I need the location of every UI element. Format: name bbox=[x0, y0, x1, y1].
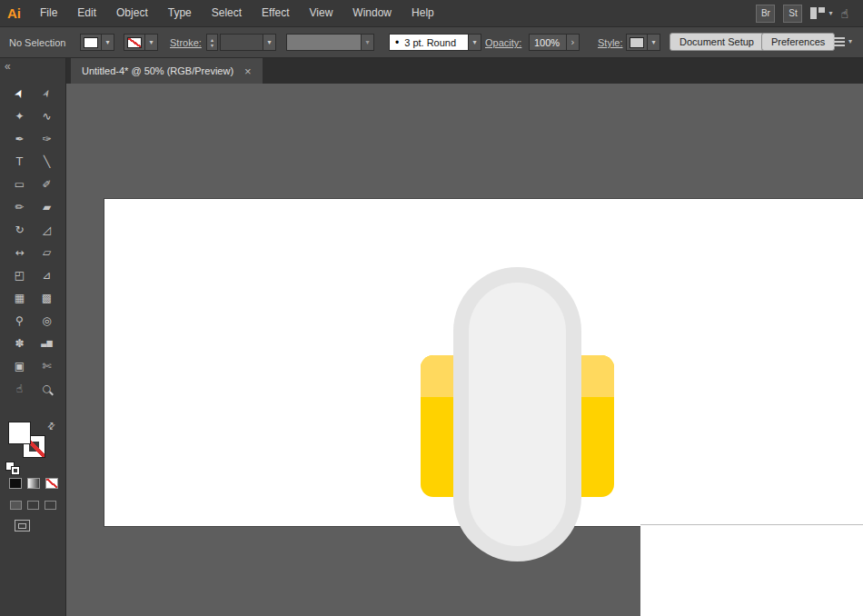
direct-selection-tool[interactable]: ➢ bbox=[34, 82, 61, 104]
pencil-tool[interactable]: ✏ bbox=[6, 195, 34, 218]
collapse-panel-icon[interactable]: « bbox=[5, 60, 10, 73]
style-label[interactable]: Style: bbox=[598, 37, 623, 48]
width-tool-icon: ↔ bbox=[15, 246, 24, 259]
document-setup-button[interactable]: Document Setup bbox=[670, 33, 764, 51]
perspective-grid-tool[interactable]: ⊿ bbox=[34, 263, 61, 286]
menu-help[interactable]: Help bbox=[402, 0, 444, 26]
eraser-tool[interactable]: ▰ bbox=[34, 195, 61, 218]
curvature-tool-icon: ✑ bbox=[42, 133, 51, 145]
menu-object[interactable]: Object bbox=[106, 0, 158, 26]
chevron-down-icon: ▾ bbox=[828, 9, 832, 17]
type-tool-icon: T bbox=[16, 155, 23, 168]
touch-workspace-icon[interactable]: ☝ bbox=[840, 6, 848, 21]
pen-tool-icon: ✒ bbox=[15, 133, 24, 145]
pill-inner bbox=[469, 283, 566, 546]
zoom-tool[interactable]: ○ bbox=[34, 377, 61, 400]
gradient-button[interactable] bbox=[27, 478, 40, 489]
canvas-pasteboard[interactable] bbox=[66, 84, 863, 616]
shape-builder-tool[interactable]: ◰ bbox=[6, 263, 34, 286]
opacity-chevron[interactable]: › bbox=[566, 34, 580, 51]
selection-tool[interactable]: ➤ bbox=[6, 82, 34, 104]
stroke-color-dropdown[interactable]: ▾ bbox=[124, 34, 158, 51]
gradient-tool[interactable]: ▩ bbox=[34, 286, 61, 309]
opacity-input[interactable] bbox=[529, 34, 567, 51]
menu-window[interactable]: Window bbox=[342, 0, 402, 26]
stroke-none-swatch bbox=[127, 37, 142, 48]
menu-edit[interactable]: Edit bbox=[67, 0, 106, 26]
magic-wand-tool-icon: ✦ bbox=[15, 110, 24, 123]
tools-panel: « ➤➢✦∿✒✑T╲▭✐✏▰↻◿↔▱◰⊿▦▩⚲◎✽▃▆▣✄☝○ ⇄ bbox=[0, 58, 66, 616]
screen-mode-button[interactable] bbox=[15, 520, 30, 532]
document-tab[interactable]: Untitled-4* @ 50% (RGB/Preview) × bbox=[71, 58, 263, 84]
control-panel-menu-icon[interactable]: ▾ bbox=[833, 37, 852, 45]
pencil-tool-icon: ✏ bbox=[15, 201, 24, 214]
app-logo[interactable]: Ai bbox=[7, 5, 21, 21]
brush-dropdown-chevron[interactable]: ▾ bbox=[468, 34, 481, 51]
blend-tool[interactable]: ◎ bbox=[34, 309, 61, 332]
brush-name: 3 pt. Round bbox=[404, 37, 456, 48]
chevron-down-icon: ▾ bbox=[101, 35, 114, 50]
menu-type[interactable]: Type bbox=[158, 0, 202, 26]
pill-shape[interactable] bbox=[453, 267, 581, 561]
menu-view[interactable]: View bbox=[300, 0, 343, 26]
stock-button[interactable]: St bbox=[783, 5, 802, 23]
fill-color-dropdown[interactable]: ▾ bbox=[80, 34, 114, 51]
draw-behind-button[interactable] bbox=[27, 501, 39, 510]
type-tool[interactable]: T bbox=[6, 150, 34, 173]
bridge-button[interactable]: Br bbox=[756, 5, 775, 23]
slice-tool[interactable]: ✄ bbox=[34, 354, 61, 377]
artboard-tool[interactable]: ▣ bbox=[6, 354, 34, 377]
hand-tool[interactable]: ☝ bbox=[6, 377, 34, 400]
pen-tool[interactable]: ✒ bbox=[6, 127, 34, 150]
stroke-label[interactable]: Stroke: bbox=[170, 37, 202, 48]
eyedropper-tool[interactable]: ⚲ bbox=[6, 309, 34, 332]
fill-swatch bbox=[84, 37, 98, 48]
menu-file[interactable]: File bbox=[30, 0, 67, 26]
chevron-down-icon: ▾ bbox=[361, 35, 373, 50]
menu-select[interactable]: Select bbox=[202, 0, 252, 26]
free-transform-tool[interactable]: ▱ bbox=[34, 241, 61, 263]
magic-wand-tool[interactable]: ✦ bbox=[6, 104, 34, 127]
blend-tool-icon: ◎ bbox=[42, 314, 51, 327]
draw-mode-row bbox=[0, 501, 66, 510]
draw-inside-button[interactable] bbox=[45, 501, 56, 510]
workspace-switcher[interactable]: ▾ bbox=[810, 7, 832, 19]
rectangle-tool[interactable]: ▭ bbox=[6, 173, 34, 195]
default-fill-stroke-icon[interactable] bbox=[5, 462, 19, 474]
close-tab-icon[interactable]: × bbox=[244, 65, 252, 77]
stroke-weight-stepper[interactable]: ▴ ▾ bbox=[206, 34, 218, 51]
lasso-tool-icon: ∿ bbox=[42, 110, 51, 123]
style-select[interactable]: ▾ bbox=[626, 34, 660, 51]
fill-swatch[interactable] bbox=[8, 422, 31, 444]
document-tab-title: Untitled-4* @ 50% (RGB/Preview) bbox=[82, 65, 233, 76]
paintbrush-tool[interactable]: ✐ bbox=[34, 173, 61, 195]
symbol-sprayer-tool[interactable]: ✽ bbox=[6, 332, 34, 354]
preferences-button[interactable]: Preferences bbox=[761, 33, 835, 51]
rectangle-tool-icon: ▭ bbox=[15, 178, 25, 191]
opacity-label[interactable]: Opacity: bbox=[485, 37, 521, 48]
draw-normal-button[interactable] bbox=[10, 501, 22, 510]
chevron-down-icon: ▾ bbox=[472, 38, 476, 46]
control-bar: No Selection ▾ ▾ Stroke: ▴ ▾ ▾ ▾ • 3 pt.… bbox=[0, 27, 863, 58]
lasso-tool[interactable]: ∿ bbox=[34, 104, 61, 127]
chevron-down-icon: ▾ bbox=[647, 35, 660, 50]
direct-selection-tool-icon: ➢ bbox=[39, 86, 55, 100]
stroke-weight-select[interactable]: ▾ bbox=[220, 34, 276, 51]
mesh-tool[interactable]: ▦ bbox=[6, 286, 34, 309]
width-tool[interactable]: ↔ bbox=[6, 241, 34, 263]
curvature-tool[interactable]: ✑ bbox=[34, 127, 61, 150]
brush-definition-select[interactable]: • 3 pt. Round bbox=[389, 34, 469, 51]
width-profile-select[interactable]: ▾ bbox=[286, 34, 374, 51]
line-segment-tool[interactable]: ╲ bbox=[34, 150, 61, 173]
document-tab-bar: Untitled-4* @ 50% (RGB/Preview) × bbox=[66, 58, 863, 84]
none-button[interactable] bbox=[45, 478, 58, 489]
perspective-grid-tool-icon: ⊿ bbox=[42, 269, 51, 282]
rotate-tool[interactable]: ↻ bbox=[6, 218, 34, 241]
swap-fill-stroke-icon[interactable]: ⇄ bbox=[45, 420, 57, 432]
menu-effect[interactable]: Effect bbox=[252, 0, 299, 26]
column-graph-tool-icon: ▃▆ bbox=[41, 339, 52, 347]
chevron-right-icon: › bbox=[570, 37, 574, 47]
scale-tool[interactable]: ◿ bbox=[34, 218, 61, 241]
column-graph-tool[interactable]: ▃▆ bbox=[34, 332, 61, 354]
color-button[interactable] bbox=[9, 478, 22, 489]
